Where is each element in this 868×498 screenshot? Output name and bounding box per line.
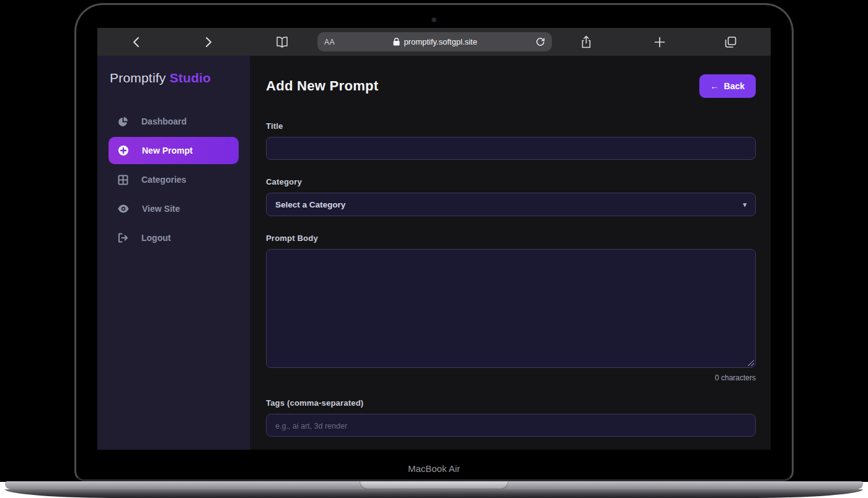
grid-icon [118,175,128,185]
title-field-group: Title [266,121,756,160]
textarea-wrap [266,249,756,368]
category-label: Category [266,177,756,186]
logout-icon [118,233,128,243]
laptop-base-bottom [5,489,863,498]
back-button[interactable]: ← Back [699,74,756,98]
character-counter: 0 characters [266,374,756,382]
main-panel: Add New Prompt ← Back Title Category [250,56,771,450]
body-field-group: Prompt Body 0 characters [266,234,756,382]
share-icon[interactable] [581,35,591,48]
back-arrow-icon: ← [711,81,719,91]
address-bar[interactable]: AA promptify.softgpl.site [317,32,552,51]
reload-icon[interactable] [536,37,545,47]
page-title: Add New Prompt [266,78,378,94]
sidebar: Promptify Studio Dashboard [97,56,250,450]
sidebar-item-categories[interactable]: Categories [108,166,239,193]
sidebar-item-new-prompt[interactable]: New Prompt [108,137,239,164]
url-display: promptify.softgpl.site [335,37,536,46]
title-input[interactable] [266,137,756,160]
forward-nav-icon[interactable] [204,36,213,48]
laptop-lid: AA promptify.softgpl.site [74,3,794,481]
category-select[interactable]: Select a Category ▾ [266,193,756,216]
lock-icon [393,38,400,46]
brand-accent: Studio [170,71,211,85]
sidebar-item-label: Dashboard [141,116,187,126]
laptop-base-notch [360,481,508,489]
reader-mode-button[interactable]: AA [324,38,335,46]
sidebar-nav: Dashboard New Prompt [108,108,239,251]
prompt-body-label: Prompt Body [266,234,756,243]
plus-circle-icon [118,145,129,156]
brand-logo: Promptify Studio [108,71,239,85]
url-text: promptify.softgpl.site [404,37,477,46]
sidebar-item-dashboard[interactable]: Dashboard [108,108,239,135]
sidebar-item-view-site[interactable]: View Site [108,195,239,222]
eye-icon [118,204,129,213]
sidebar-item-label: View Site [142,204,180,214]
tabs-overview-icon[interactable] [725,36,737,48]
add-prompt-form: Title Category Select a Category ▾ Promp… [266,121,756,437]
sidebar-item-label: Logout [141,233,170,243]
page: AA promptify.softgpl.site [0,0,868,498]
device-label: MacBook Air [76,463,792,474]
laptop-screen: AA promptify.softgpl.site [97,28,771,450]
webcam-dot [432,17,436,22]
browser-toolbar: AA promptify.softgpl.site [97,28,771,56]
chevron-down-icon: ▾ [743,201,746,209]
category-selected-value: Select a Category [275,200,345,209]
app-content: Promptify Studio Dashboard [97,56,771,450]
pie-chart-icon [118,116,128,127]
back-button-label: Back [724,81,745,91]
brand-name: Promptify [110,71,166,85]
prompt-body-textarea[interactable] [266,249,756,368]
tags-input[interactable] [266,414,756,437]
new-tab-icon[interactable] [654,37,665,48]
category-field-group: Category Select a Category ▾ [266,177,756,216]
title-label: Title [266,121,756,131]
tags-label: Tags (comma-separated) [266,398,756,408]
bookmarks-icon[interactable] [276,37,288,48]
sidebar-item-logout[interactable]: Logout [108,224,239,251]
back-nav-icon[interactable] [132,36,141,48]
main-header: Add New Prompt ← Back [266,74,756,98]
tags-field-group: Tags (comma-separated) [266,398,756,437]
sidebar-item-label: Categories [141,175,186,185]
sidebar-item-label: New Prompt [142,146,193,155]
